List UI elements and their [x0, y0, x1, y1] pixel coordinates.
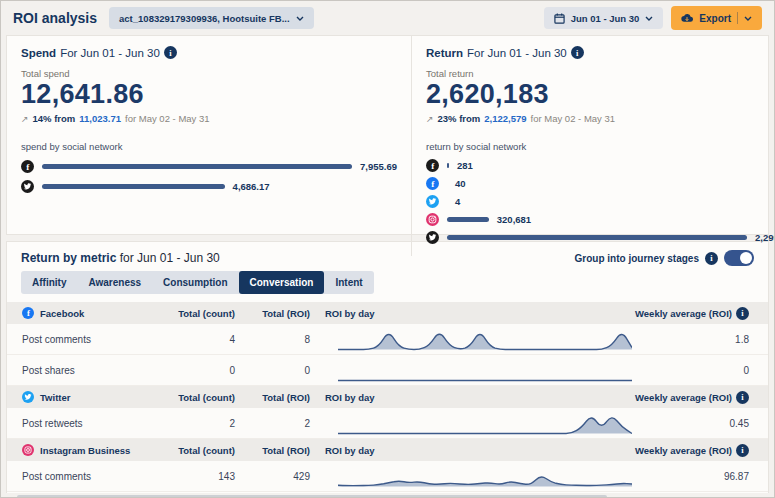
spend-delta: ↗ 14% from 11,023.71 for May 02 - May 31	[21, 113, 397, 124]
network-bar	[447, 235, 747, 240]
tab-conversation[interactable]: Conversation	[239, 271, 325, 294]
network-bar-value: 281	[457, 160, 473, 171]
metric-total-count: 143	[172, 471, 235, 482]
return-period: For Jun 01 - Jun 30	[467, 47, 567, 59]
facebook-blue-icon: f	[22, 307, 34, 319]
group-name: Instagram Business	[7, 444, 172, 456]
metric-weekly-average: 1.8	[635, 334, 768, 345]
network-bar-value: 2,299,177	[755, 232, 775, 243]
metric-name: Post shares	[7, 365, 172, 376]
svg-text:f: f	[27, 308, 30, 318]
info-icon[interactable]: i	[736, 444, 749, 457]
col-header-total-count: Total (count)	[172, 392, 235, 403]
network-bar-value: 7,955.69	[360, 161, 397, 172]
metrics-title: Return by metric	[21, 251, 116, 265]
metric-row: Post retweets220.45	[7, 408, 768, 439]
topbar: ROI analysis act_108329179309936, Hootsu…	[1, 1, 774, 35]
total-return-value: 2,620,183	[426, 79, 775, 110]
metric-total-count: 4	[172, 334, 235, 345]
account-dropdown[interactable]: act_108329179309936, Hootsuite FB...	[109, 7, 314, 29]
facebook-dark-icon: f	[426, 159, 439, 172]
return-by-metric-section: Return by metric for Jun 01 - Jun 30 Gro…	[6, 241, 769, 493]
return-previous-period: for May 02 - May 31	[531, 113, 615, 124]
metric-name: Post comments	[7, 471, 172, 482]
journey-stages-toggle[interactable]	[724, 250, 754, 266]
info-icon[interactable]: i	[736, 391, 749, 404]
roi-by-day-sparkline	[338, 356, 632, 384]
metric-weekly-average: 96.87	[635, 471, 768, 482]
divider	[737, 12, 738, 24]
spend-by-network-chart: f7,955.694,686.17	[21, 156, 397, 196]
info-icon[interactable]: i	[164, 46, 177, 59]
network-bar-value: 40	[455, 178, 466, 189]
tab-consumption[interactable]: Consumption	[152, 271, 238, 294]
network-bar	[447, 217, 489, 222]
col-header-weekly-average: Weekly average (ROI)i	[635, 391, 768, 404]
metric-total-roi: 429	[235, 471, 310, 482]
spend-panel: Spend For Jun 01 - Jun 30 i Total spend …	[7, 36, 412, 256]
return-panel: Return For Jun 01 - Jun 30 i Total retur…	[412, 36, 775, 256]
metric-row: Post shares000	[7, 355, 768, 386]
return-by-network-chart: f281f404320,6812,299,177	[426, 156, 775, 246]
journey-stages-label: Group into journey stages	[575, 253, 699, 264]
account-dropdown-label: act_108329179309936, Hootsuite FB...	[119, 13, 290, 24]
network-bar	[42, 164, 352, 169]
spend-period: For Jun 01 - Jun 30	[60, 47, 160, 59]
network-bar-row: f40	[426, 174, 775, 192]
spend-by-network-label: spend by social network	[21, 141, 397, 152]
group-name: Twitter	[7, 391, 172, 403]
trend-up-icon: ↗	[21, 114, 29, 124]
twitter-dark-icon	[21, 180, 34, 193]
trend-up-icon: ↗	[426, 114, 434, 124]
col-header-total-roi: Total (ROI)	[235, 445, 310, 456]
return-panel-title: Return For Jun 01 - Jun 30 i	[426, 46, 775, 59]
info-icon[interactable]: i	[571, 46, 584, 59]
tab-awareness[interactable]: Awareness	[77, 271, 152, 294]
group-name-label: Facebook	[40, 308, 84, 319]
export-button[interactable]: Export	[671, 6, 762, 30]
spend-previous-value-link[interactable]: 11,023.71	[79, 113, 121, 124]
group-name-label: Twitter	[40, 392, 70, 403]
spend-delta-percent: 14% from	[33, 113, 76, 124]
group-name-label: Instagram Business	[40, 445, 130, 456]
network-bar-value: 320,681	[497, 214, 531, 225]
col-header-total-roi: Total (ROI)	[235, 392, 310, 403]
tab-affinity[interactable]: Affinity	[21, 271, 77, 294]
group-header-row: TwitterTotal (count)Total (ROI)ROI by da…	[7, 386, 768, 408]
tab-intent[interactable]: Intent	[324, 271, 373, 294]
facebook-blue-icon: f	[426, 177, 439, 190]
metric-name: Post retweets	[7, 418, 172, 429]
group-header-row: Instagram BusinessTotal (count)Total (RO…	[7, 439, 768, 461]
col-header-weekly-average: Weekly average (ROI)i	[635, 307, 768, 320]
roi-by-day-sparkline	[338, 325, 632, 353]
roi-analysis-app: ROI analysis act_108329179309936, Hootsu…	[0, 0, 775, 498]
network-bar-row: f281	[426, 156, 775, 174]
network-bar-value: 4,686.17	[233, 181, 270, 192]
col-header-total-count: Total (count)	[172, 308, 235, 319]
instagram-icon	[426, 213, 439, 226]
roi-by-day-sparkline	[338, 409, 632, 437]
metric-roi-by-day	[310, 325, 635, 353]
info-icon[interactable]: i	[705, 252, 718, 265]
twitter-blue-icon	[22, 391, 34, 403]
col-header-roi-by-day: ROI by day	[310, 392, 635, 403]
chevron-down-icon	[645, 16, 653, 21]
group-header-row: fFacebookTotal (count)Total (ROI)ROI by …	[7, 302, 768, 324]
total-spend-value: 12,641.86	[21, 79, 397, 110]
export-label: Export	[699, 13, 731, 24]
instagram-icon	[22, 444, 34, 456]
metric-row: Post comments481.8	[7, 324, 768, 355]
page-title: ROI analysis	[13, 10, 97, 26]
metric-row: Post comments14342996.87	[7, 461, 768, 492]
toggle-knob	[740, 252, 752, 264]
date-range-picker[interactable]: Jun 01 - Jun 30	[544, 7, 664, 29]
network-bar-row: 320,681	[426, 210, 775, 228]
group-name: fFacebook	[7, 307, 172, 319]
roi-by-day-sparkline	[338, 462, 632, 490]
return-previous-value-link[interactable]: 2,122,579	[484, 113, 526, 124]
metric-weekly-average: 0	[635, 365, 768, 376]
calendar-icon	[554, 13, 565, 24]
info-icon[interactable]: i	[736, 307, 749, 320]
metric-total-count: 2	[172, 418, 235, 429]
chevron-down-icon	[744, 16, 752, 21]
